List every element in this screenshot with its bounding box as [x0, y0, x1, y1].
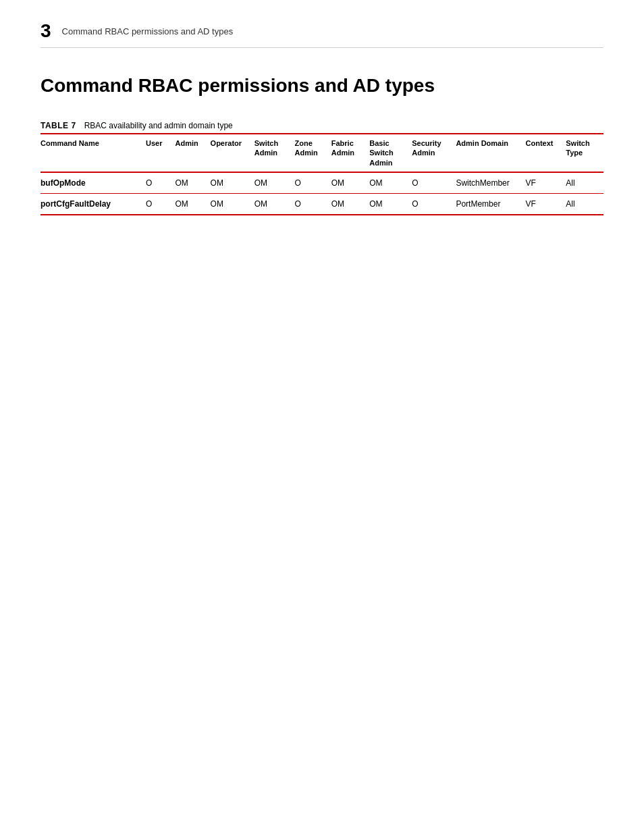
cell-admin_domain: SwitchMember [453, 172, 522, 194]
cell-switch_type: All [563, 172, 603, 194]
table-label: TABLE 7 RBAC availability and admin doma… [41, 121, 603, 130]
page-title: Command RBAC permissions and AD types [41, 75, 603, 97]
col-header-admin-domain: Admin Domain [453, 134, 522, 172]
cell-context: VF [523, 172, 564, 194]
cell-switch_admin: OM [252, 193, 292, 215]
col-header-context: Context [523, 134, 564, 172]
cell-admin_domain: PortMember [453, 193, 522, 215]
col-header-switch-type: Switch Type [563, 134, 603, 172]
table-row: bufOpModeOOMOMOMOOMOMOSwitchMemberVFAll [41, 172, 603, 194]
cell-zone_admin: O [292, 172, 328, 194]
cell-basic_switch_admin: OM [367, 193, 409, 215]
cell-operator: OM [208, 193, 252, 215]
table-header-row: Command Name User Admin Operator Switch … [41, 134, 603, 172]
cell-security_admin: O [409, 172, 453, 194]
rbac-table: Command Name User Admin Operator Switch … [41, 133, 603, 215]
cell-command_name: bufOpMode [41, 172, 143, 194]
table-tag: TABLE 7 [41, 121, 76, 130]
col-header-user: User [143, 134, 172, 172]
cell-admin: OM [172, 172, 207, 194]
cell-operator: OM [208, 172, 252, 194]
col-header-admin: Admin [172, 134, 207, 172]
table-row: portCfgFaultDelayOOMOMOMOOMOMOPortMember… [41, 193, 603, 215]
col-header-zone-admin: Zone Admin [292, 134, 328, 172]
cell-context: VF [523, 193, 564, 215]
chapter-number: 3 [41, 20, 51, 42]
cell-zone_admin: O [292, 193, 328, 215]
header-subtitle: Command RBAC permissions and AD types [62, 26, 234, 36]
cell-basic_switch_admin: OM [367, 172, 409, 194]
table-description: RBAC availability and admin domain type [84, 121, 233, 130]
cell-command_name: portCfgFaultDelay [41, 193, 143, 215]
cell-user: O [143, 193, 172, 215]
col-header-command-name: Command Name [41, 134, 143, 172]
page-header: 3 Command RBAC permissions and AD types [41, 20, 603, 48]
col-header-security-admin: Security Admin [409, 134, 453, 172]
cell-user: O [143, 172, 172, 194]
cell-security_admin: O [409, 193, 453, 215]
cell-admin: OM [172, 193, 207, 215]
cell-switch_admin: OM [252, 172, 292, 194]
col-header-fabric-admin: Fabric Admin [329, 134, 367, 172]
col-header-basic-switch-admin: Basic Switch Admin [367, 134, 409, 172]
col-header-switch-admin: Switch Admin [252, 134, 292, 172]
col-header-operator: Operator [208, 134, 252, 172]
cell-switch_type: All [563, 193, 603, 215]
cell-fabric_admin: OM [329, 193, 367, 215]
cell-fabric_admin: OM [329, 172, 367, 194]
